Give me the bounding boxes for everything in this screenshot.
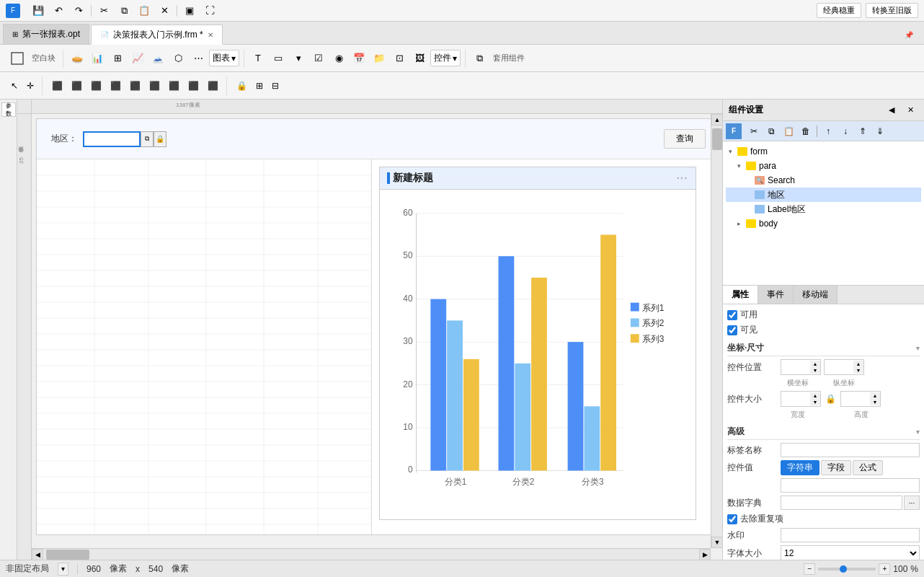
input-lock-btn[interactable]: 🔒	[154, 131, 166, 147]
canvas-scroll[interactable]: 地区： ⧉ 🔒 查询	[32, 114, 722, 560]
ctrl-date-btn[interactable]: 📅	[350, 49, 368, 68]
area-input[interactable]	[83, 131, 141, 147]
tree-item-form[interactable]: ▾ form	[726, 144, 921, 159]
pos-x-down[interactable]: ▼	[810, 367, 820, 374]
input-combo-btn[interactable]: ⧉	[141, 131, 154, 147]
tab-report1[interactable]: ⊞ 第一张报表.opt	[3, 24, 89, 44]
dict-input[interactable]	[781, 495, 902, 510]
scroll-thumb-h[interactable]	[46, 550, 89, 560]
size-w-input[interactable]: 80	[781, 392, 810, 406]
chart-menu-btn[interactable]: ···	[677, 173, 688, 183]
tree-item-area[interactable]: ▸ 地区	[726, 188, 921, 202]
align-left-btn[interactable]: ⬛	[48, 76, 66, 95]
tagname-input[interactable]	[781, 443, 920, 457]
align-center-btn[interactable]: ⬛	[68, 76, 86, 95]
convert-btn[interactable]: 转换至旧版	[866, 3, 918, 18]
ctrl-file-btn[interactable]: 📁	[370, 49, 388, 68]
distribute-v-btn[interactable]: ⬛	[185, 76, 203, 95]
same-size-btn[interactable]: ⬛	[204, 76, 222, 95]
fontsize-select[interactable]: 12 14 16 18	[781, 545, 920, 560]
chart-dropdown[interactable]: 图表 ▾	[209, 50, 239, 66]
tab-pin-button[interactable]: 📌	[899, 25, 918, 44]
rp-copy-btn[interactable]: ⧉	[763, 123, 779, 139]
pos-x-input[interactable]: 387	[781, 360, 810, 374]
size-w-down[interactable]: ▼	[810, 399, 820, 405]
panel-expand-btn[interactable]: ◀	[884, 102, 899, 118]
zoom-in-btn[interactable]: +	[879, 563, 890, 575]
watermark-input[interactable]	[781, 528, 920, 542]
redo-button[interactable]: ↷	[69, 1, 88, 20]
classic-btn[interactable]: 经典稳重	[817, 3, 861, 18]
section-advanced-arrow[interactable]: ▾	[916, 428, 920, 436]
ctrl-text-btn[interactable]: T	[249, 49, 267, 68]
tab-form1[interactable]: 📄 决策报表入门示例.frm * ✕	[91, 25, 223, 45]
fullscreen-button[interactable]: ⛶	[200, 1, 219, 20]
undo-button[interactable]: ↶	[49, 1, 68, 20]
pos-y-input[interactable]: 25	[825, 360, 853, 374]
chart-line-btn[interactable]: 📈	[128, 49, 147, 68]
section-position-arrow[interactable]: ▾	[916, 345, 920, 352]
controls-dropdown[interactable]: 控件 ▾	[430, 50, 461, 66]
dict-browse-btn[interactable]: ···	[904, 495, 920, 510]
cut-button[interactable]: ✂	[94, 1, 113, 20]
save-button[interactable]: 💾	[29, 1, 48, 20]
zoom-out-btn[interactable]: −	[804, 563, 815, 575]
rp-cut-btn[interactable]: ✂	[746, 123, 762, 139]
paste-button[interactable]: 📋	[135, 1, 154, 20]
checkbox-visible[interactable]	[727, 325, 737, 335]
chart-bar-btn[interactable]: 📊	[88, 49, 107, 68]
value-type-field-btn[interactable]: 字段	[821, 460, 851, 475]
ctrl-img-btn[interactable]: 🖼	[410, 49, 429, 68]
value-type-string-btn[interactable]: 字符串	[781, 460, 819, 475]
rp-move-bottom-btn[interactable]: ⇓	[872, 123, 888, 139]
hscrollbar[interactable]: ◀ ▶	[32, 548, 711, 560]
blank-block-btn[interactable]	[7, 49, 27, 68]
vscrollbar[interactable]: ▲ ▼	[711, 114, 722, 548]
chart-table-btn[interactable]: ⊞	[108, 49, 127, 68]
ctrl-check-btn[interactable]: ☑	[309, 49, 328, 68]
group-btn[interactable]: ⊞	[252, 76, 267, 95]
delete-button[interactable]: ✕	[155, 1, 174, 20]
component-btn[interactable]: ⧉	[470, 49, 489, 68]
scroll-thumb-v[interactable]	[712, 128, 722, 150]
tab-properties[interactable]: 属性	[723, 286, 758, 304]
ctrl-combo-btn[interactable]: ▾	[289, 49, 308, 68]
size-h-up[interactable]: ▲	[870, 392, 880, 399]
chart-more-btn[interactable]: ⋯	[189, 49, 208, 68]
value-content-input[interactable]: 华东	[781, 478, 920, 493]
align-right-btn[interactable]: ⬛	[87, 76, 105, 95]
tree-item-label-area[interactable]: ▸ Label地区	[726, 202, 921, 216]
checkbox-enabled[interactable]	[727, 310, 737, 320]
checkbox-remove-dup[interactable]	[727, 514, 737, 524]
pos-y-up[interactable]: ▲	[853, 361, 863, 367]
align-bottom-btn[interactable]: ⬛	[146, 76, 164, 95]
chart-radar-btn[interactable]: ⬡	[169, 49, 187, 68]
tab-events[interactable]: 事件	[758, 286, 794, 304]
lock-btn[interactable]: 🔒	[233, 76, 251, 95]
distribute-h-btn[interactable]: ⬛	[165, 76, 183, 95]
chart-area-btn[interactable]: 🗻	[148, 49, 167, 68]
tab-mobile[interactable]: 移动端	[794, 286, 838, 304]
layout-dropdown-btn[interactable]: ▾	[58, 563, 68, 576]
scroll-down-btn[interactable]: ▼	[711, 537, 722, 548]
tree-item-body[interactable]: ▸ body	[726, 216, 921, 231]
tree-item-search[interactable]: ▸ 🔍 Search	[726, 173, 921, 188]
zoom-slider[interactable]	[818, 568, 876, 571]
align-top-btn[interactable]: ⬛	[107, 76, 125, 95]
tree-expand-para[interactable]: ▾	[737, 162, 746, 169]
ctrl-input-btn[interactable]: ▭	[269, 49, 288, 68]
scroll-up-btn[interactable]: ▲	[711, 114, 722, 125]
tree-expand-body[interactable]: ▸	[737, 220, 746, 227]
pos-x-up[interactable]: ▲	[810, 361, 820, 367]
value-type-formula-btn[interactable]: 公式	[853, 460, 883, 475]
select-btn[interactable]: ↖	[7, 76, 22, 95]
move-btn[interactable]: ✛	[23, 76, 37, 95]
ctrl-radio-btn[interactable]: ◉	[329, 49, 348, 68]
rp-move-up-btn[interactable]: ↑	[820, 123, 836, 139]
rp-move-top-btn[interactable]: ⇑	[855, 123, 871, 139]
align-middle-btn[interactable]: ⬛	[126, 76, 144, 95]
tree-item-para[interactable]: ▾ para	[726, 159, 921, 173]
panel-close-btn[interactable]: ✕	[902, 102, 918, 118]
copy-button[interactable]: ⧉	[115, 1, 133, 20]
preview-button[interactable]: ▣	[180, 1, 199, 20]
